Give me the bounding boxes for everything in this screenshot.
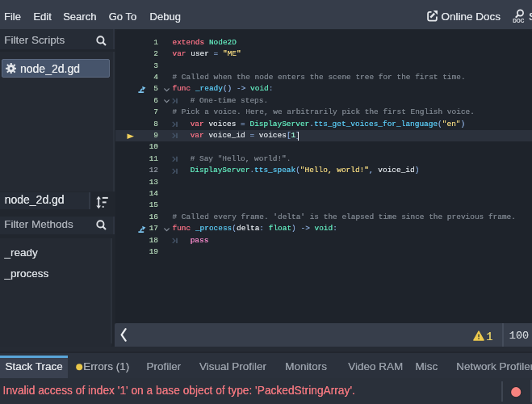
svg-text:DOC: DOC — [513, 18, 525, 23]
